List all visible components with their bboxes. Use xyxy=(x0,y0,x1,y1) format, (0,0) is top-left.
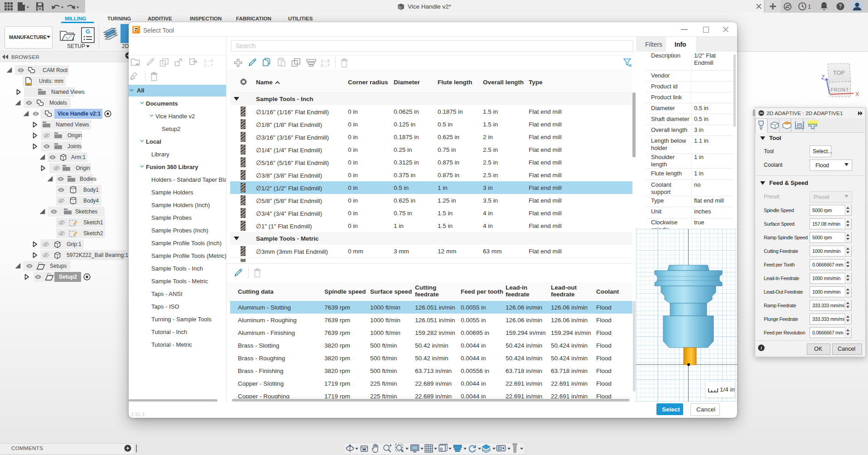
svg-text:i: i xyxy=(761,345,762,350)
svg-text:TOP: TOP xyxy=(833,69,845,76)
svg-text:X: X xyxy=(855,91,859,97)
svg-text:G: G xyxy=(86,28,90,35)
svg-text:FRONT: FRONT xyxy=(830,87,849,92)
svg-text:?: ? xyxy=(839,3,842,10)
svg-text:Z: Z xyxy=(821,74,825,81)
